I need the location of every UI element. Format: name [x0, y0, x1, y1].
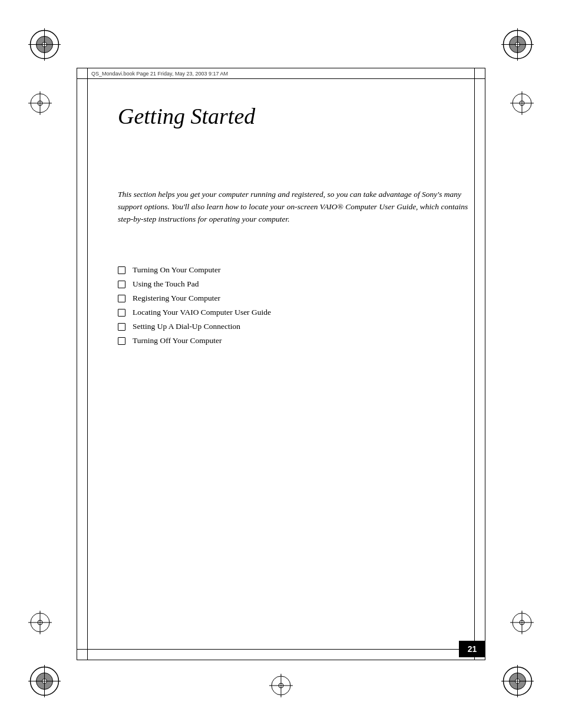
list-item-text: Turning Off Your Computer — [133, 336, 222, 345]
file-info: QS_Mondavi.book Page 21 Friday, May 23, … — [91, 71, 228, 77]
corner-deco-tl — [28, 28, 61, 63]
list-item: Using the Touch Pad — [118, 279, 471, 289]
chapter-title: Getting Started — [118, 103, 255, 129]
rule-bottom-inner — [77, 649, 485, 650]
list-item-text: Setting Up A Dial-Up Connection — [133, 322, 240, 331]
list-item: Setting Up A Dial-Up Connection — [118, 322, 471, 331]
list-checkbox-icon — [118, 309, 125, 317]
list-checkbox-icon — [118, 281, 125, 288]
page-number: 21 — [468, 644, 477, 654]
rule-top-outer — [77, 68, 485, 68]
list-checkbox-icon — [118, 266, 125, 274]
list-item-text: Turning On Your Computer — [133, 265, 221, 275]
corner-deco-br — [501, 665, 534, 700]
rule-top-inner — [77, 78, 485, 79]
list-item: Locating Your VAIO Computer User Guide — [118, 308, 471, 317]
reg-mark-left-top — [28, 91, 52, 117]
reg-mark-bottom-center — [269, 674, 293, 700]
list-checkbox-icon — [118, 337, 125, 345]
intro-paragraph: This section helps you get your computer… — [118, 189, 471, 226]
rule-left-inner — [87, 68, 88, 660]
list-item-text: Registering Your Computer — [133, 294, 220, 303]
reg-mark-right-bottom — [510, 611, 534, 637]
rule-right-outer — [485, 68, 485, 660]
list-item-text: Locating Your VAIO Computer User Guide — [133, 308, 271, 317]
reg-mark-left-bottom — [28, 611, 52, 637]
topic-list: Turning On Your ComputerUsing the Touch … — [118, 265, 471, 350]
reg-mark-right-top — [510, 91, 534, 117]
rule-right-inner — [474, 68, 475, 660]
rule-left-outer — [77, 68, 77, 660]
list-item: Turning On Your Computer — [118, 265, 471, 275]
page-number-box: 21 — [459, 641, 485, 657]
rule-bottom-outer — [77, 660, 485, 660]
list-checkbox-icon — [118, 295, 125, 302]
list-item-text: Using the Touch Pad — [133, 279, 199, 289]
corner-deco-bl — [28, 665, 61, 700]
list-item: Turning Off Your Computer — [118, 336, 471, 345]
corner-deco-tr — [501, 28, 534, 63]
list-checkbox-icon — [118, 323, 125, 331]
list-item: Registering Your Computer — [118, 294, 471, 303]
